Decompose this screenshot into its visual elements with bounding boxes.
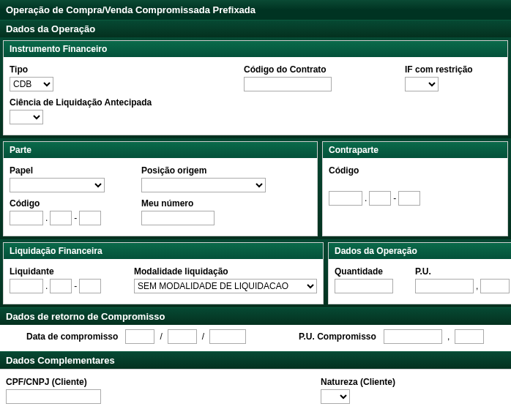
- panel-head-liquidacao: Liquidação Financeira: [4, 243, 323, 259]
- posicao-select[interactable]: [141, 178, 266, 192]
- contraparte-codigo-b-input[interactable]: [369, 191, 391, 206]
- data-m-input[interactable]: [168, 329, 197, 344]
- section-retorno: Dados de retorno de Compromisso: [0, 307, 511, 325]
- label-natureza: Natureza (Cliente): [321, 377, 395, 387]
- data-y-input[interactable]: [209, 329, 246, 344]
- parte-codigo-a-input[interactable]: [10, 211, 43, 225]
- separator-dash: -: [392, 193, 397, 203]
- label-papel: Papel: [10, 165, 119, 176]
- section-dados-operacao: Dados da Operação: [0, 20, 511, 37]
- pu-compromisso-int-input[interactable]: [384, 329, 442, 344]
- if-restricao-select[interactable]: [405, 77, 439, 91]
- label-meu-numero: Meu número: [141, 198, 266, 209]
- separator-comma: ,: [475, 281, 479, 291]
- label-pu: P.U.: [415, 266, 510, 277]
- separator-slash: /: [159, 331, 163, 342]
- separator-dash: -: [73, 213, 78, 223]
- liquidante-a-input[interactable]: [10, 279, 43, 293]
- pu-dec-input[interactable]: [480, 279, 510, 293]
- panel-head-contraparte: Contraparte: [323, 142, 507, 158]
- section-complementares: Dados Complementares: [0, 351, 511, 369]
- label-modalidade: Modalidade liquidação: [134, 266, 317, 277]
- label-contraparte-codigo: Código: [329, 165, 501, 176]
- quantidade-input[interactable]: [335, 279, 393, 293]
- pu-compromisso-dec-input[interactable]: [455, 329, 484, 344]
- natureza-select[interactable]: [321, 389, 350, 404]
- label-ciencia: Ciência de Liquidação Antecipada: [10, 97, 229, 108]
- label-pu-compromisso: P.U. Compromisso: [299, 331, 376, 342]
- page-title: Operação de Compra/Venda Compromissada P…: [0, 0, 511, 20]
- separator-comma: ,: [447, 331, 450, 342]
- label-posicao: Posição origem: [141, 165, 266, 176]
- label-parte-codigo: Código: [10, 198, 119, 209]
- contraparte-codigo-c-input[interactable]: [398, 191, 420, 206]
- separator-dot: .: [364, 193, 368, 203]
- label-if-restricao: IF com restrição: [405, 64, 493, 75]
- modalidade-select[interactable]: SEM MODALIDADE DE LIQUIDACAO: [134, 279, 317, 293]
- codigo-contrato-input[interactable]: [244, 77, 332, 91]
- liquidante-b-input[interactable]: [50, 279, 72, 293]
- meu-numero-input[interactable]: [141, 211, 215, 225]
- label-liquidante: Liquidante: [10, 266, 119, 277]
- label-tipo: Tipo: [10, 64, 119, 75]
- separator-dot: .: [45, 213, 48, 223]
- separator-slash: /: [201, 331, 205, 342]
- pu-int-input[interactable]: [415, 279, 474, 293]
- data-d-input[interactable]: [125, 329, 154, 344]
- tipo-select[interactable]: CDB: [10, 77, 53, 91]
- panel-head-instrumento: Instrumento Financeiro: [4, 41, 507, 57]
- panel-head-parte: Parte: [4, 142, 317, 158]
- ciencia-select[interactable]: [10, 110, 43, 124]
- cpf-input[interactable]: [6, 389, 101, 404]
- papel-select[interactable]: [10, 178, 105, 192]
- label-data-compromisso: Data de compromisso: [26, 331, 118, 342]
- contraparte-codigo-a-input[interactable]: [329, 191, 362, 206]
- label-codigo-contrato: Código do Contrato: [244, 64, 390, 75]
- separator-dash: -: [73, 281, 78, 291]
- liquidante-c-input[interactable]: [79, 279, 101, 293]
- panel-head-dados-operacao-right: Dados da Operação: [329, 243, 511, 259]
- label-cpf: CPF/CNPJ (Cliente): [6, 377, 225, 387]
- parte-codigo-b-input[interactable]: [50, 211, 72, 225]
- label-quantidade: Quantidade: [335, 266, 400, 277]
- parte-codigo-c-input[interactable]: [79, 211, 101, 225]
- separator-dot: .: [45, 281, 48, 291]
